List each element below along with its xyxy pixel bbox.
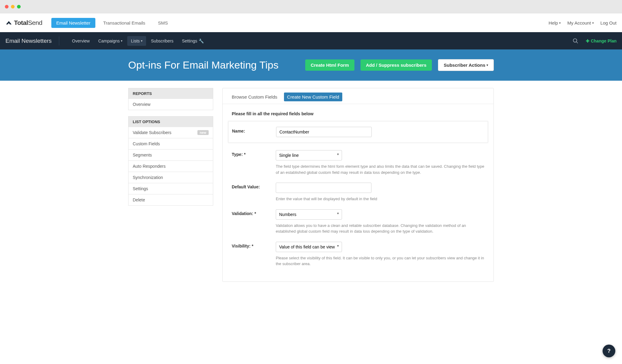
caret-down-icon: ▾ [559,21,561,25]
type-help-text: The field type determines the html form … [276,163,484,175]
my-account-menu[interactable]: My Account▾ [567,20,594,25]
caret-down-icon: ▾ [141,39,142,42]
inner-tabs: Browse Custom Fields Create New Custom F… [223,88,494,104]
sidebar-item-delete[interactable]: Delete [128,194,213,206]
default-value-help-text: Enter the value that will be displayed b… [276,196,484,202]
default-value-input[interactable] [276,183,371,193]
subnav-subscribers[interactable]: Subscribers [147,36,177,46]
topbar-right: Help▾ My Account▾ Log Out [549,20,617,25]
subnav-campaigns[interactable]: Campaigns▾ [94,36,126,46]
search-icon[interactable] [572,38,579,44]
form-row-validation: Validation: * Numbers Validation allows … [232,209,484,234]
content: REPORTS Overview LIST OPTIONS Validate S… [126,88,496,282]
subnav: Email Newsletters Overview Campaigns▾ Li… [0,32,622,49]
logout-link[interactable]: Log Out [600,20,617,25]
type-select[interactable]: Single line [276,150,342,160]
validation-help-text: Validation allows you to have a clean an… [276,223,484,234]
tab-email-newsletter[interactable]: Email Newsletter [51,18,95,28]
validation-label: Validation: * [232,209,276,216]
subnav-title: Email Newsletters [5,36,59,46]
help-menu[interactable]: Help▾ [549,20,561,25]
svg-line-1 [576,42,578,43]
subnav-lists[interactable]: Lists▾ [127,36,146,46]
sidebar-item-auto-responders[interactable]: Auto Responders [128,161,213,172]
logo-text: TotalSend [14,19,42,26]
sidebar-reports-header: REPORTS [128,88,213,99]
type-label: Type: * [232,150,276,157]
visibility-label: Visibility: * [232,242,276,248]
name-input[interactable] [276,127,372,137]
sidebar-list-options-header: LIST OPTIONS [128,116,213,127]
subscriber-actions-button[interactable]: Subscriber Actions▾ [438,59,494,71]
macos-titlebar [0,0,622,13]
page-title: Opt-ins For Email Marketing Tips [128,59,299,71]
plus-circle-icon: ✚ [586,39,590,43]
tab-create-new-custom-field[interactable]: Create New Custom Field [284,93,342,101]
subnav-right: ✚Change Plan [572,38,617,44]
hero: Opt-ins For Email Marketing Tips Create … [0,49,622,81]
subnav-overview[interactable]: Overview [68,36,93,46]
sidebar-item-validate-subscribers[interactable]: Validate Subscribers new [128,127,213,138]
caret-down-icon: ▾ [121,39,122,42]
window-minimize-icon[interactable] [11,5,15,8]
wrench-icon: 🔧 [199,39,204,43]
sidebar: REPORTS Overview LIST OPTIONS Validate S… [128,88,213,206]
default-value-label: Default Value: [232,183,276,189]
form-row-type: Type: * Single line The field type deter… [232,150,484,175]
form-row-default-value: Default Value: Enter the value that will… [232,183,484,202]
new-badge: new [197,130,209,135]
form-row-visibility: Visibility: * Value of this field can be… [232,242,484,267]
logo-icon [5,19,12,26]
caret-down-icon: ▾ [592,21,594,25]
top-tabs: Email Newsletter Transactional Emails SM… [51,18,173,28]
tab-transactional-emails[interactable]: Transactional Emails [98,18,150,28]
sidebar-item-custom-fields[interactable]: Custom Fields [128,138,213,150]
tab-browse-custom-fields[interactable]: Browse Custom Fields [229,93,280,104]
sidebar-item-settings[interactable]: Settings [128,183,213,194]
svg-point-0 [573,39,577,42]
form: Please fill in all the required fields b… [223,104,494,281]
subnav-settings[interactable]: Settings 🔧 [178,36,207,46]
name-label: Name: [232,127,276,133]
form-row-name: Name: [228,121,488,143]
sidebar-item-synchronization[interactable]: Synchronization [128,172,213,183]
logo[interactable]: TotalSend [5,19,42,26]
sidebar-item-segments[interactable]: Segments [128,150,213,161]
add-suppress-subscribers-button[interactable]: Add / Suppress subscribers [361,59,432,71]
change-plan-link[interactable]: ✚Change Plan [586,39,617,43]
visibility-help-text: Please select the visibility of this fie… [276,255,484,267]
visibility-select[interactable]: Value of this field can be view [276,242,342,252]
topbar: TotalSend Email Newsletter Transactional… [0,13,622,32]
sidebar-item-overview[interactable]: Overview [128,99,213,110]
tab-sms[interactable]: SMS [153,18,173,28]
validation-select[interactable]: Numbers [276,209,342,220]
main-panel: Browse Custom Fields Create New Custom F… [222,88,494,282]
window-close-icon[interactable] [5,5,9,8]
subnav-items: Overview Campaigns▾ Lists▾ Subscribers S… [68,36,207,46]
caret-down-icon: ▾ [487,63,488,67]
form-intro: Please fill in all the required fields b… [232,111,484,116]
sidebar-item-label: Validate Subscribers [133,130,171,135]
window-maximize-icon[interactable] [17,5,21,8]
create-html-form-button[interactable]: Create Html Form [305,59,354,71]
